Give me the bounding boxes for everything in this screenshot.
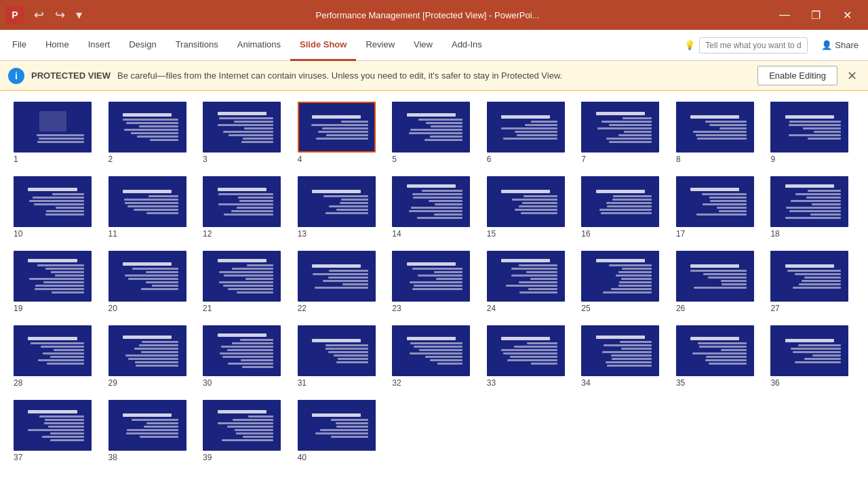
slide-item[interactable]: 34	[581, 325, 665, 388]
slide-thumb-38[interactable]	[108, 400, 186, 451]
slide-thumb-14[interactable]	[392, 176, 470, 227]
slide-thumb-29[interactable]	[108, 325, 186, 376]
slide-thumb-11[interactable]	[108, 176, 186, 227]
slide-thumb-27[interactable]	[770, 251, 848, 302]
slide-item[interactable]: 39	[203, 400, 287, 462]
slide-thumb-33[interactable]	[487, 325, 565, 376]
slide-thumb-16[interactable]	[581, 176, 659, 227]
slide-thumb-10[interactable]	[14, 176, 92, 227]
slide-item[interactable]: 37	[14, 400, 98, 462]
redo-button[interactable]: ↪	[51, 6, 69, 24]
slide-item[interactable]: 3	[203, 102, 287, 164]
tab-insert[interactable]: Insert	[79, 30, 120, 61]
slide-item[interactable]: 24	[487, 251, 571, 313]
slide-item[interactable]: 9	[770, 102, 854, 164]
slide-thumb-34[interactable]	[581, 325, 659, 376]
slide-item[interactable]: 38	[108, 400, 193, 462]
slide-thumb-25[interactable]	[581, 251, 659, 302]
undo-button[interactable]: ↩	[30, 6, 48, 24]
minimize-button[interactable]: —	[769, 4, 800, 26]
tab-transitions[interactable]: Transitions	[166, 30, 228, 61]
slide-item[interactable]: 14	[392, 176, 476, 239]
quick-access-button[interactable]: ▾	[72, 6, 86, 24]
slide-item[interactable]: 5	[392, 102, 476, 164]
slide-item[interactable]: 23	[392, 251, 476, 313]
slide-item[interactable]: 18	[770, 176, 854, 239]
slide-item[interactable]: 12	[203, 176, 287, 239]
slide-item[interactable]: 40	[298, 400, 382, 462]
slide-thumb-31[interactable]	[298, 325, 376, 376]
slide-thumb-28[interactable]	[14, 325, 92, 376]
tab-slideshow[interactable]: Slide Show	[290, 30, 356, 61]
slide-thumb-40[interactable]	[298, 400, 376, 451]
slide-item[interactable]: 10	[14, 176, 98, 239]
protected-close-button[interactable]: ✕	[844, 68, 860, 83]
slide-item[interactable]: 32	[392, 325, 476, 388]
slide-thumb-37[interactable]	[14, 400, 92, 451]
slide-item[interactable]: 26	[676, 251, 760, 313]
slide-thumb-30[interactable]	[203, 325, 281, 376]
slide-item[interactable]: 11	[108, 176, 193, 239]
slide-item[interactable]: 29	[108, 325, 193, 388]
slide-thumb-4[interactable]	[298, 102, 376, 152]
enable-editing-button[interactable]: Enable Editing	[757, 66, 837, 85]
slide-item[interactable]: 21	[203, 251, 287, 313]
slide-thumb-18[interactable]	[770, 176, 848, 227]
slide-item[interactable]: 31	[298, 325, 382, 388]
slide-item[interactable]: 19	[14, 251, 98, 313]
close-button[interactable]: ✕	[831, 4, 863, 26]
slide-thumb-22[interactable]	[298, 251, 376, 302]
tab-home[interactable]: Home	[36, 30, 79, 61]
slide-thumb-36[interactable]	[770, 325, 848, 376]
slide-thumb-1[interactable]	[14, 102, 92, 152]
search-input[interactable]	[699, 37, 808, 54]
tab-view[interactable]: View	[404, 30, 442, 61]
slide-item[interactable]: 28	[14, 325, 98, 388]
slide-thumb-13[interactable]	[298, 176, 376, 227]
slide-item[interactable]: 33	[487, 325, 571, 388]
slide-thumb-9[interactable]	[770, 102, 848, 152]
slide-thumb-24[interactable]	[487, 251, 565, 302]
slide-thumb-20[interactable]	[108, 251, 186, 302]
slide-item[interactable]: 22	[298, 251, 382, 313]
slide-item[interactable]: 27	[770, 251, 854, 313]
slide-item[interactable]: 30	[203, 325, 287, 388]
slide-item[interactable]: 8	[676, 102, 760, 164]
slide-thumb-5[interactable]	[392, 102, 470, 152]
slide-item[interactable]: 20	[108, 251, 193, 313]
tab-file[interactable]: File	[3, 30, 36, 61]
slide-thumb-8[interactable]	[676, 102, 754, 152]
slide-item[interactable]: 2	[108, 102, 193, 164]
slide-item[interactable]: 4	[298, 102, 382, 164]
slide-item[interactable]: 35	[676, 325, 760, 388]
tab-animations[interactable]: Animations	[228, 30, 290, 61]
slide-thumb-26[interactable]	[676, 251, 754, 302]
slide-item[interactable]: 7	[581, 102, 665, 164]
slide-thumb-23[interactable]	[392, 251, 470, 302]
tab-design[interactable]: Design	[119, 30, 165, 61]
tab-addins[interactable]: Add-Ins	[442, 30, 492, 61]
slide-thumb-32[interactable]	[392, 325, 470, 376]
slide-item[interactable]: 1	[14, 102, 98, 164]
slide-item[interactable]: 16	[581, 176, 665, 239]
slide-item[interactable]: 17	[676, 176, 760, 239]
slide-thumb-2[interactable]	[108, 102, 186, 152]
slide-item[interactable]: 25	[581, 251, 665, 313]
slide-item[interactable]: 36	[770, 325, 854, 388]
slide-thumb-17[interactable]	[676, 176, 754, 227]
slide-thumb-39[interactable]	[203, 400, 281, 451]
slide-thumb-19[interactable]	[14, 251, 92, 302]
slide-item[interactable]: 6	[487, 102, 571, 164]
share-button[interactable]: 👤 Share	[814, 30, 865, 60]
slide-thumb-15[interactable]	[487, 176, 565, 227]
restore-button[interactable]: ❐	[800, 4, 831, 26]
tab-review[interactable]: Review	[356, 30, 404, 61]
slide-item[interactable]: 13	[298, 176, 382, 239]
slide-thumb-35[interactable]	[676, 325, 754, 376]
slide-item[interactable]: 15	[487, 176, 571, 239]
slide-thumb-3[interactable]	[203, 102, 281, 152]
slide-thumb-21[interactable]	[203, 251, 281, 302]
slide-thumb-6[interactable]	[487, 102, 565, 152]
slide-thumb-7[interactable]	[581, 102, 659, 152]
slide-thumb-12[interactable]	[203, 176, 281, 227]
